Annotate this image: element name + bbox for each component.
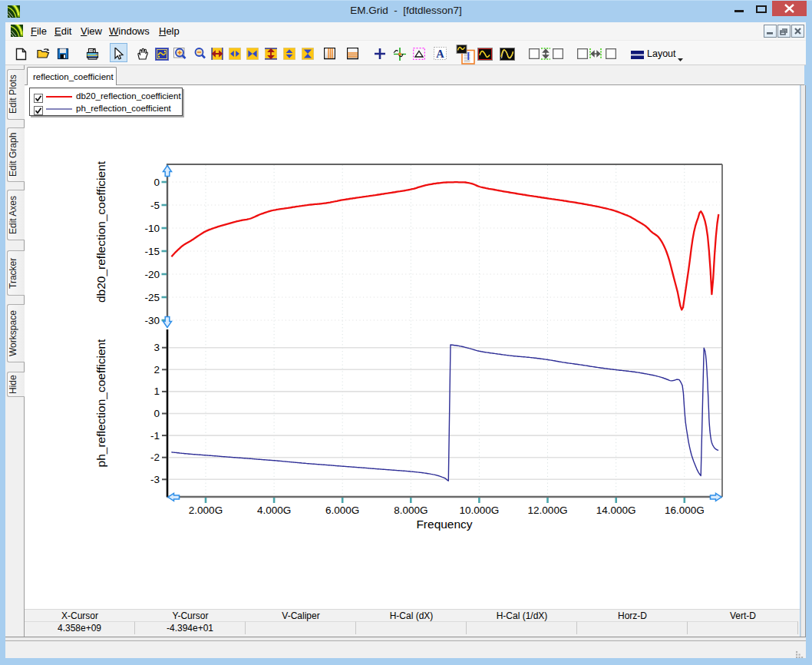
svg-text:-20: -20	[144, 269, 160, 280]
svg-text:-15: -15	[144, 246, 160, 257]
svg-text:12.000G: 12.000G	[528, 505, 568, 516]
svg-text:-5: -5	[150, 200, 160, 211]
svg-text:Frequency: Frequency	[416, 518, 472, 531]
svg-text:-30: -30	[144, 315, 160, 326]
svg-text:-3: -3	[150, 474, 160, 485]
svg-text:2.000G: 2.000G	[189, 505, 223, 516]
svg-text:1: 1	[153, 385, 160, 397]
svg-text:-1: -1	[150, 430, 160, 442]
svg-text:6.000G: 6.000G	[325, 505, 359, 516]
svg-text:ph_reflection_coefficient: ph_reflection_coefficient	[94, 339, 107, 468]
svg-text:10.000G: 10.000G	[460, 505, 500, 516]
svg-text:db20_reflection_coefficient: db20_reflection_coefficient	[94, 160, 107, 303]
svg-text:0: 0	[153, 177, 160, 188]
svg-text:-2: -2	[150, 452, 160, 463]
svg-text:0: 0	[153, 408, 160, 419]
svg-text:16.000G: 16.000G	[665, 505, 705, 516]
svg-text:2: 2	[153, 364, 160, 376]
svg-text:3: 3	[153, 342, 160, 353]
svg-text:14.000G: 14.000G	[596, 505, 636, 516]
svg-text:4.000G: 4.000G	[257, 505, 291, 516]
svg-text:-25: -25	[144, 292, 160, 303]
svg-text:8.000G: 8.000G	[394, 505, 427, 516]
svg-text:-10: -10	[144, 223, 160, 234]
